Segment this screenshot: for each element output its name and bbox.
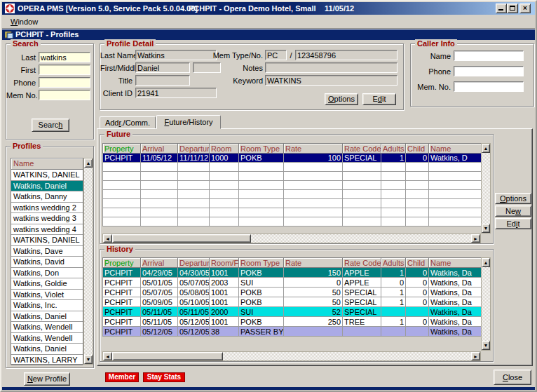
close-button[interactable]: Close (494, 370, 531, 385)
caller-mem-input[interactable] (454, 81, 524, 92)
cell: 1001 (210, 288, 239, 297)
cell (103, 217, 141, 227)
close-window-button[interactable]: × (519, 4, 531, 13)
cell: 0 (406, 154, 429, 163)
profile-list-item[interactable]: watkins wedding 3 (11, 213, 83, 224)
profile-list-item[interactable]: WATKINS, DANIEL (11, 235, 83, 246)
history-row[interactable]: PCHPIT05/07/0505/08/051001POKB50SPECIAL1… (103, 288, 482, 297)
mem-no-input[interactable] (39, 90, 90, 100)
scroll-up-icon[interactable]: ▲ (84, 158, 93, 168)
history-row[interactable]: PCHPIT05/12/0505/12/0538PASSER BYWatkins… (103, 327, 482, 337)
profile-list-item[interactable]: Watkins, Danny (11, 191, 83, 203)
cell (429, 163, 482, 172)
scroll-left-icon[interactable]: ◄ (103, 352, 112, 360)
history-row[interactable]: PCHPIT05/01/0505/07/052003SUI0APPLE00Wat… (103, 278, 482, 288)
stay-stats-indicator-button[interactable]: Stay Stats (143, 372, 185, 382)
column-header: Arrival (141, 258, 178, 268)
profile-list-item[interactable]: Watkins, Daniel (11, 311, 83, 323)
empty-row[interactable] (103, 217, 482, 227)
minimize-button[interactable] (496, 4, 507, 13)
empty-row[interactable] (103, 172, 482, 181)
caller-phone-input[interactable] (454, 66, 524, 76)
future-options-button[interactable]: Options (495, 193, 531, 204)
future-new-button[interactable]: New (495, 205, 531, 217)
cell: PCHPIT (103, 327, 141, 337)
empty-row[interactable] (103, 181, 482, 190)
phone-input[interactable] (39, 77, 90, 88)
empty-row[interactable] (103, 163, 482, 172)
cell: 05/11/05 (141, 307, 178, 317)
scroll-down-icon[interactable]: ▼ (482, 224, 490, 233)
history-row[interactable]: PCHPIT05/11/0505/12/051001POKB250TREE10W… (103, 317, 482, 327)
profile-list-item[interactable]: Watkins, Daniel (11, 344, 83, 355)
minimize-icon (498, 9, 503, 11)
cell: 0 (406, 278, 429, 288)
profile-list-item[interactable]: watkins wedding 4 (11, 224, 83, 236)
cell: Watkins, Da (429, 278, 482, 288)
caller-name-input[interactable] (454, 50, 524, 61)
cell: 1 (381, 154, 406, 163)
profile-list-item[interactable]: Watkins, Violet (11, 290, 83, 301)
search-button[interactable]: Search (32, 119, 69, 132)
scroll-up-icon[interactable]: ▲ (482, 144, 490, 153)
window-menu[interactable]: Window (8, 17, 41, 27)
new-profile-button[interactable]: New Profile (24, 372, 70, 386)
last-name-input[interactable] (39, 52, 90, 62)
cell: PCHPIT (103, 307, 141, 317)
scroll-right-icon[interactable]: ► (471, 352, 480, 360)
profile-list-item[interactable]: Watkins, Daniel (11, 181, 83, 192)
history-row[interactable]: PCHPIT05/09/0505/10/051001POKB50SPECIAL1… (103, 297, 482, 307)
history-row[interactable]: PCHPIT05/11/0505/11/052000SUI52SPECIALWa… (103, 307, 482, 317)
profile-list-item[interactable]: Watkins, Wendell (11, 333, 83, 344)
profile-list-item[interactable]: Watkins, Inc. (11, 300, 83, 311)
cell (103, 199, 141, 208)
column-header: Rate (284, 258, 343, 268)
cell: 05/12/05 (178, 317, 210, 327)
scroll-down-icon[interactable]: ▼ (482, 341, 490, 350)
tab-future-history[interactable]: Future/History (156, 115, 221, 129)
detail-edit-button[interactable]: Edit (362, 93, 396, 105)
cell: APPLE (343, 278, 381, 288)
cell (343, 208, 381, 217)
cell (284, 327, 343, 337)
future-hscrollbar[interactable]: ◄ ► (102, 234, 481, 243)
profile-list-item[interactable]: Watkins, Goldie (11, 278, 83, 290)
future-hscroll-thumb[interactable] (112, 234, 251, 243)
future-row[interactable]: PCHPIT11/05/1211/11/121000POKB100SPECIAL… (103, 154, 482, 163)
notes-field (265, 62, 397, 73)
cell: PCHPIT (103, 268, 141, 278)
history-hscroll-thumb[interactable] (112, 352, 223, 360)
empty-row[interactable] (103, 190, 482, 199)
history-vscrollbar[interactable]: ▲ ▼ (481, 257, 491, 351)
future-vscrollbar[interactable]: ▲ ▼ (481, 143, 491, 234)
empty-row[interactable] (103, 199, 482, 208)
empty-row[interactable] (103, 208, 482, 217)
cell (406, 199, 429, 208)
profile-list-item[interactable]: WATKINS, LARRY (11, 355, 83, 366)
scroll-up-icon[interactable]: ▲ (482, 258, 490, 267)
cell: PCHPIT (103, 278, 141, 288)
profile-list-item[interactable]: Watkins, Wendell (11, 322, 83, 333)
first-name-input[interactable] (39, 65, 90, 75)
detail-options-button[interactable]: Options (325, 93, 358, 105)
profile-list-item[interactable]: Watkins, Dave (11, 246, 83, 257)
history-row[interactable]: PCHPIT04/29/0504/30/051001POKB150APPLE10… (103, 268, 482, 278)
maximize-button[interactable] (507, 4, 518, 13)
cell (381, 217, 406, 227)
cell: 50 (284, 297, 343, 307)
profiles-window-icon (5, 31, 13, 39)
profile-list-item[interactable]: Watkins, Don (11, 268, 83, 279)
profiles-scrollbar[interactable]: ▲ ▼ (83, 158, 93, 365)
member-indicator-button[interactable]: Member (105, 372, 139, 382)
tab-addr-comm[interactable]: Addr./Comm. (100, 116, 156, 129)
cell (429, 172, 482, 181)
scroll-right-icon[interactable]: ► (471, 234, 480, 243)
profile-list-item[interactable]: watkins wedding 2 (11, 203, 83, 214)
future-edit-button[interactable]: Edit (495, 218, 531, 229)
profile-list-item[interactable]: WATKINS, DANIEL (11, 170, 83, 181)
scroll-left-icon[interactable]: ◄ (103, 234, 112, 243)
scroll-down-icon[interactable]: ▼ (84, 355, 93, 364)
cell (103, 181, 141, 190)
history-hscrollbar[interactable]: ◄ ► (102, 351, 481, 361)
profile-list-item[interactable]: Watkins, David (11, 257, 83, 268)
